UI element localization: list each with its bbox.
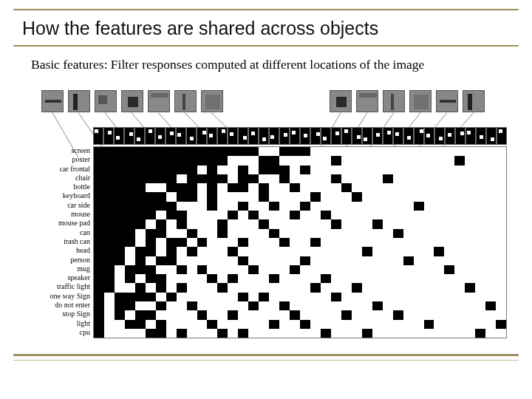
matrix-cell xyxy=(177,301,187,310)
matrix-row xyxy=(94,329,506,338)
matrix-cell xyxy=(403,329,414,338)
matrix-cell xyxy=(259,310,269,319)
matrix-cell xyxy=(403,202,414,211)
matrix-cell xyxy=(187,329,197,338)
matrix-cell xyxy=(485,274,496,283)
matrix-cell xyxy=(485,283,496,292)
matrix-cell xyxy=(269,174,279,183)
matrix-cell xyxy=(259,174,269,183)
matrix-cell xyxy=(177,256,187,265)
matrix-cell xyxy=(115,247,125,256)
filter-thumbnail xyxy=(356,90,378,112)
matrix-cell xyxy=(331,293,341,301)
matrix-cell xyxy=(146,265,156,274)
object-label: one way Sign xyxy=(34,292,90,301)
matrix-cell xyxy=(248,183,259,192)
matrix-cell xyxy=(444,229,454,238)
matrix-cell xyxy=(279,265,290,274)
filter-thumbnail xyxy=(463,90,485,112)
matrix-cell xyxy=(104,247,115,256)
matrix-cell xyxy=(269,192,279,201)
matrix-cell xyxy=(187,320,197,329)
matrix-cell xyxy=(135,247,146,256)
matrix-cell xyxy=(228,183,238,192)
matrix-cell xyxy=(248,166,259,174)
matrix-cell xyxy=(217,256,228,265)
matrix-cell xyxy=(197,320,208,329)
matrix-cell xyxy=(156,256,166,265)
matrix-cell xyxy=(424,274,434,283)
matrix-cell xyxy=(454,265,465,274)
matrix-cell xyxy=(414,283,424,292)
matrix-cell xyxy=(341,183,352,192)
matrix-cell xyxy=(94,329,104,338)
matrix-cell xyxy=(321,147,331,156)
matrix-cell xyxy=(321,238,331,247)
matrix-cell xyxy=(310,156,321,165)
matrix-cell xyxy=(166,329,177,338)
matrix-cell xyxy=(424,329,434,338)
matrix-cell xyxy=(156,274,166,283)
matrix-cell xyxy=(217,147,228,156)
matrix-row xyxy=(94,156,506,165)
feature-header-cell xyxy=(310,127,321,145)
matrix-cell xyxy=(465,238,475,247)
matrix-cell xyxy=(310,202,321,211)
matrix-cell xyxy=(372,310,383,319)
matrix-cell xyxy=(424,320,434,329)
matrix-cell xyxy=(135,147,146,156)
matrix-cell xyxy=(279,238,290,247)
matrix-cell xyxy=(94,310,104,319)
feature-header-cell xyxy=(103,127,114,145)
matrix-cell xyxy=(156,174,166,183)
matrix-cell xyxy=(156,183,166,192)
matrix-cell xyxy=(197,156,208,165)
matrix-cell xyxy=(207,192,217,201)
matrix-cell xyxy=(362,166,372,174)
matrix-cell xyxy=(135,156,146,165)
matrix-cell xyxy=(177,247,187,256)
matrix-cell xyxy=(352,274,362,283)
object-label: can xyxy=(34,228,90,237)
matrix-cell xyxy=(496,211,506,219)
matrix-cell xyxy=(352,174,362,183)
matrix-cell xyxy=(424,147,434,156)
matrix-cell xyxy=(290,238,300,247)
matrix-cell xyxy=(104,238,115,247)
matrix-cell xyxy=(352,147,362,156)
matrix-cell xyxy=(434,283,444,292)
matrix-cell xyxy=(290,192,300,201)
matrix-cell xyxy=(372,265,383,274)
matrix-cell xyxy=(94,320,104,329)
matrix-row xyxy=(94,310,506,319)
matrix-cell xyxy=(217,265,228,274)
matrix-cell xyxy=(414,310,424,319)
matrix-cell xyxy=(372,192,383,201)
matrix-cell xyxy=(310,238,321,247)
matrix-cell xyxy=(279,202,290,211)
matrix-row xyxy=(94,183,506,192)
matrix-cell xyxy=(424,202,434,211)
matrix-cell xyxy=(434,329,444,338)
matrix-cell xyxy=(465,283,475,292)
matrix-cell xyxy=(135,166,146,174)
matrix-cell xyxy=(444,211,454,219)
matrix-cell xyxy=(321,320,331,329)
matrix-cell xyxy=(414,265,424,274)
matrix-cell xyxy=(300,301,310,310)
matrix-cell xyxy=(362,274,372,283)
matrix-cell xyxy=(115,219,125,228)
matrix-cell xyxy=(248,265,259,274)
matrix-cell xyxy=(156,247,166,256)
matrix-cell xyxy=(383,192,393,201)
matrix-cell xyxy=(310,283,321,292)
matrix-cell xyxy=(290,174,300,183)
matrix-cell xyxy=(383,219,393,228)
matrix-cell xyxy=(259,229,269,238)
matrix-cell xyxy=(331,229,341,238)
matrix-cell xyxy=(166,238,177,247)
matrix-cell xyxy=(228,274,238,283)
matrix-cell xyxy=(259,274,269,283)
matrix-cell xyxy=(228,202,238,211)
matrix-cell xyxy=(187,247,197,256)
